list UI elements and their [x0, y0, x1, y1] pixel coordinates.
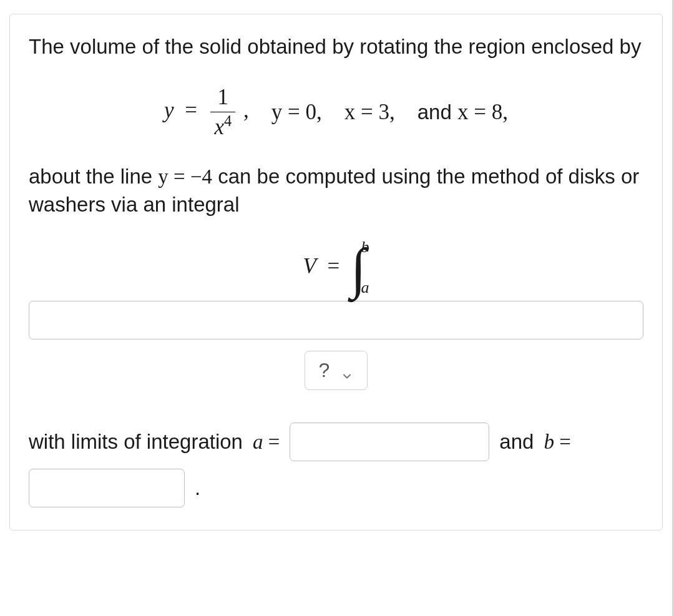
integral-sign: ∫: [351, 246, 366, 291]
fraction-den: x4: [210, 112, 235, 142]
eq4: and x = 8,: [418, 97, 508, 127]
intro-text: The volume of the solid obtained by rota…: [29, 33, 643, 61]
help-button[interactable]: ?: [305, 351, 368, 390]
problem-card: The volume of the solid obtained by rota…: [9, 14, 663, 530]
about-text: about the line y = −4 can be computed us…: [29, 163, 643, 218]
V: V: [303, 254, 316, 278]
limits-row: with limits of integration a = and b = .: [29, 423, 643, 507]
limits-prefix: with limits of integration: [29, 428, 243, 456]
b-input[interactable]: [29, 469, 185, 507]
chevron-down-icon: [341, 364, 353, 377]
help-label: ?: [319, 359, 330, 382]
page: The volume of the solid obtained by rota…: [0, 0, 674, 616]
a-var: a: [253, 431, 263, 453]
volume-integral: V = ∫ b a: [29, 240, 643, 297]
integrand-input[interactable]: [29, 301, 643, 340]
about-eq: y = −4: [158, 165, 212, 188]
and-text: and: [499, 428, 534, 456]
b-var: b: [544, 431, 554, 453]
a-input[interactable]: [290, 423, 489, 461]
eq1-lhs: y: [164, 97, 174, 122]
fraction-num: 1: [210, 82, 235, 112]
period: .: [195, 474, 200, 502]
eq3: x = 3,: [344, 97, 395, 127]
fraction: 1 x4: [210, 82, 235, 142]
equations-block: y = 1 x4 , y = 0, x = 3, and x = 8,: [29, 82, 643, 142]
eq2: y = 0,: [271, 97, 322, 127]
